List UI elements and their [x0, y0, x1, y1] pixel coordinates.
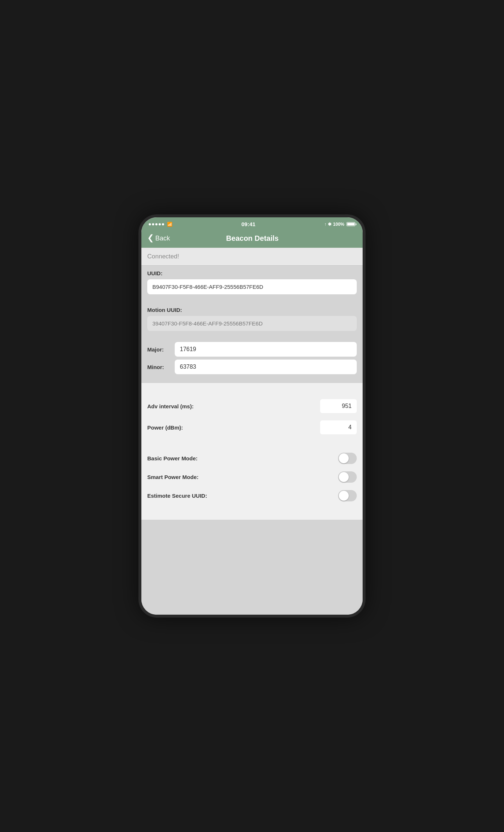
estimote-secure-uuid-toggle[interactable]	[338, 490, 357, 501]
major-minor-section: Major: Minor:	[141, 339, 363, 383]
dot-1	[149, 223, 151, 225]
minor-field: Minor:	[147, 360, 357, 374]
dot-2	[152, 223, 154, 225]
status-left: 📶	[149, 222, 173, 227]
major-field: Major:	[147, 342, 357, 357]
settings-section: Adv interval (ms): Power (dBm):	[141, 392, 363, 449]
uuid-label: UUID:	[147, 270, 357, 276]
status-time: 09:41	[241, 221, 255, 227]
adv-interval-input[interactable]	[320, 399, 357, 413]
motion-uuid-section: Motion UUID:	[141, 302, 363, 335]
minor-label: Minor:	[147, 364, 175, 370]
power-row: Power (dBm):	[147, 420, 357, 434]
connected-section: Connected!	[141, 248, 363, 266]
adv-interval-row: Adv interval (ms):	[147, 399, 357, 413]
section-separator	[141, 383, 363, 392]
dot-3	[155, 223, 158, 225]
estimote-secure-uuid-label: Estimote Secure UUID:	[147, 493, 207, 499]
toggle-section: Basic Power Mode: Smart Power Mode: Esti…	[141, 449, 363, 520]
motion-uuid-label: Motion UUID:	[147, 307, 357, 313]
wifi-icon: 📶	[167, 222, 173, 227]
battery-bar	[346, 222, 355, 226]
nav-title: Beacon Details	[148, 234, 357, 243]
major-input[interactable]	[175, 342, 357, 357]
motion-uuid-input[interactable]	[147, 316, 357, 331]
signal-dots	[149, 223, 164, 225]
smart-power-mode-row: Smart Power Mode:	[147, 471, 357, 483]
basic-power-mode-knob	[339, 453, 349, 463]
smart-power-mode-toggle[interactable]	[338, 471, 357, 483]
basic-power-mode-toggle[interactable]	[338, 453, 357, 464]
estimote-secure-uuid-knob	[339, 491, 349, 501]
smart-power-mode-knob	[339, 472, 349, 482]
power-label: Power (dBm):	[147, 424, 183, 431]
content: Connected! UUID: Motion UUID: Major: Min…	[141, 248, 363, 615]
major-label: Major:	[147, 346, 175, 353]
uuid-section: UUID:	[141, 266, 363, 299]
status-bar: 📶 09:41 ↑ ✱ 100%	[141, 217, 363, 230]
basic-power-mode-row: Basic Power Mode:	[147, 453, 357, 464]
minor-input[interactable]	[175, 360, 357, 374]
connected-status: Connected!	[147, 253, 179, 260]
nav-bar: ❮ Back Beacon Details	[141, 230, 363, 248]
location-icon: ↑	[324, 222, 326, 227]
estimote-secure-uuid-row: Estimote Secure UUID:	[147, 490, 357, 501]
battery-fill	[347, 223, 355, 225]
spacer-1	[141, 299, 363, 302]
battery-percent: 100%	[333, 222, 344, 227]
basic-power-mode-label: Basic Power Mode:	[147, 455, 198, 461]
dot-4	[159, 223, 161, 225]
uuid-input[interactable]	[147, 279, 357, 294]
adv-interval-label: Adv interval (ms):	[147, 403, 194, 409]
phone-frame: 📶 09:41 ↑ ✱ 100% ❮ Back Beacon Details C…	[138, 214, 366, 618]
bluetooth-icon: ✱	[328, 222, 331, 227]
smart-power-mode-label: Smart Power Mode:	[147, 474, 199, 480]
power-input[interactable]	[320, 420, 357, 434]
dot-5	[162, 223, 164, 225]
spacer-2	[141, 335, 363, 339]
status-right: ↑ ✱ 100%	[324, 222, 355, 227]
